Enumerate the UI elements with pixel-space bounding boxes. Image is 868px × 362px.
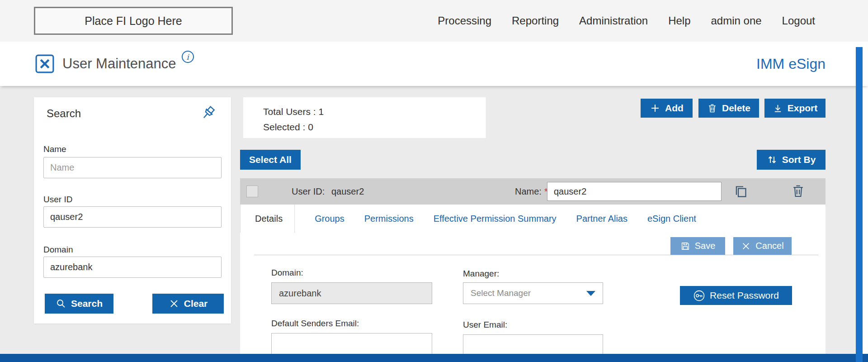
selected-count-text: Selected : 0 xyxy=(263,119,486,135)
detail-tabs: Details Groups Permissions Effective Per… xyxy=(240,205,826,233)
plus-icon xyxy=(650,103,660,114)
main-content: Search Name User ID Domain xyxy=(0,86,856,354)
clear-button[interactable]: Clear xyxy=(152,294,224,314)
bottom-bar xyxy=(0,354,868,362)
search-name-label: Name xyxy=(43,144,66,154)
domain-field-label: Domain: xyxy=(271,268,303,278)
tab-esign-client[interactable]: eSign Client xyxy=(647,214,696,224)
user-email-input[interactable] xyxy=(463,334,603,354)
download-icon xyxy=(773,103,783,114)
copy-user-button[interactable] xyxy=(733,184,748,199)
tabs-separator xyxy=(254,255,818,255)
key-icon xyxy=(693,290,705,302)
nav-help[interactable]: Help xyxy=(668,14,690,27)
nav-user-admin-one[interactable]: admin one xyxy=(711,14,762,27)
save-floppy-icon xyxy=(680,241,690,251)
tab-details[interactable]: Details xyxy=(240,205,295,233)
page-title: User Maintenance xyxy=(62,56,176,72)
tab-permissions[interactable]: Permissions xyxy=(364,214,414,224)
sort-arrows-icon xyxy=(767,154,778,165)
export-button-label: Export xyxy=(788,103,818,114)
top-nav: Processing Reporting Administration Help… xyxy=(438,0,815,42)
nav-processing[interactable]: Processing xyxy=(438,14,491,27)
fi-logo-text: Place FI Logo Here xyxy=(85,14,182,28)
search-user-id-input[interactable] xyxy=(43,206,222,228)
reset-password-label: Reset Password xyxy=(710,290,779,301)
total-users-text: Total Users : 1 xyxy=(263,104,486,119)
user-maintenance-app-icon xyxy=(35,54,54,73)
user-id-value: qauser2 xyxy=(331,178,364,205)
user-row: User ID: qauser2 Name:* xyxy=(240,178,826,205)
user-email-label: User Email: xyxy=(463,320,507,330)
select-all-label: Select All xyxy=(249,154,292,165)
search-panel-heading: Search xyxy=(47,107,81,120)
sort-by-button[interactable]: Sort By xyxy=(757,150,826,170)
trash-icon xyxy=(791,184,806,199)
top-header: Place FI Logo Here Processing Reporting … xyxy=(0,0,868,42)
nav-administration[interactable]: Administration xyxy=(579,14,648,27)
name-label: Name:* xyxy=(515,178,548,205)
clear-button-label: Clear xyxy=(184,298,208,309)
user-name-input[interactable] xyxy=(547,182,722,201)
tab-groups[interactable]: Groups xyxy=(315,214,344,224)
search-icon xyxy=(56,298,66,309)
copy-icon xyxy=(733,184,748,199)
add-button[interactable]: Add xyxy=(641,99,693,118)
delete-button[interactable]: Delete xyxy=(698,99,759,118)
right-scrollbar[interactable] xyxy=(856,47,863,362)
manager-select[interactable]: Select Manager xyxy=(463,282,603,304)
domain-field-input xyxy=(271,282,432,304)
tab-partner-alias[interactable]: Partner Alias xyxy=(576,214,627,224)
search-button[interactable]: Search xyxy=(45,294,113,314)
export-button[interactable]: Export xyxy=(764,99,826,118)
tab-effective-permission-summary[interactable]: Effective Permission Summary xyxy=(434,214,557,224)
cancel-button-label: Cancel xyxy=(755,241,783,251)
default-senders-email-label: Default Senders Email: xyxy=(271,319,359,329)
fi-logo-placeholder: Place FI Logo Here xyxy=(34,7,233,35)
search-domain-label: Domain xyxy=(43,245,73,255)
search-name-input[interactable] xyxy=(43,157,222,178)
search-panel: Search Name User ID Domain xyxy=(34,97,231,324)
user-id-label: User ID: xyxy=(292,178,325,205)
default-senders-email-input[interactable] xyxy=(271,333,432,354)
nav-reporting[interactable]: Reporting xyxy=(512,14,559,27)
manager-field-label: Manager: xyxy=(463,269,499,279)
trash-icon xyxy=(707,103,717,114)
cancel-button[interactable]: Cancel xyxy=(733,237,792,255)
manager-selected-value: Select Manager xyxy=(471,288,531,298)
user-row-checkbox[interactable] xyxy=(246,186,258,197)
search-domain-input[interactable] xyxy=(43,257,222,278)
pin-icon[interactable] xyxy=(199,105,218,124)
save-button-label: Save xyxy=(695,241,716,251)
delete-button-label: Delete xyxy=(722,103,750,114)
reset-password-button[interactable]: Reset Password xyxy=(680,286,792,305)
nav-logout[interactable]: Logout xyxy=(782,14,815,27)
save-button[interactable]: Save xyxy=(670,237,725,255)
select-all-button[interactable]: Select All xyxy=(240,150,301,170)
page: Place FI Logo Here Processing Reporting … xyxy=(0,0,868,362)
clear-x-icon xyxy=(169,298,179,309)
add-button-label: Add xyxy=(665,103,684,114)
info-icon[interactable]: i xyxy=(182,51,194,63)
sort-by-label: Sort By xyxy=(782,154,816,165)
title-bar: User Maintenance i IMM eSign xyxy=(0,42,868,86)
search-button-label: Search xyxy=(71,298,103,309)
user-detail-panel: Details Groups Permissions Effective Per… xyxy=(240,205,826,354)
chevron-down-icon xyxy=(586,291,595,296)
summary-box: Total Users : 1 Selected : 0 xyxy=(243,97,486,138)
search-user-id-label: User ID xyxy=(43,195,72,205)
cancel-x-icon xyxy=(741,241,751,251)
delete-user-row-button[interactable] xyxy=(791,184,806,199)
brand-imm-esign: IMM eSign xyxy=(756,56,826,72)
